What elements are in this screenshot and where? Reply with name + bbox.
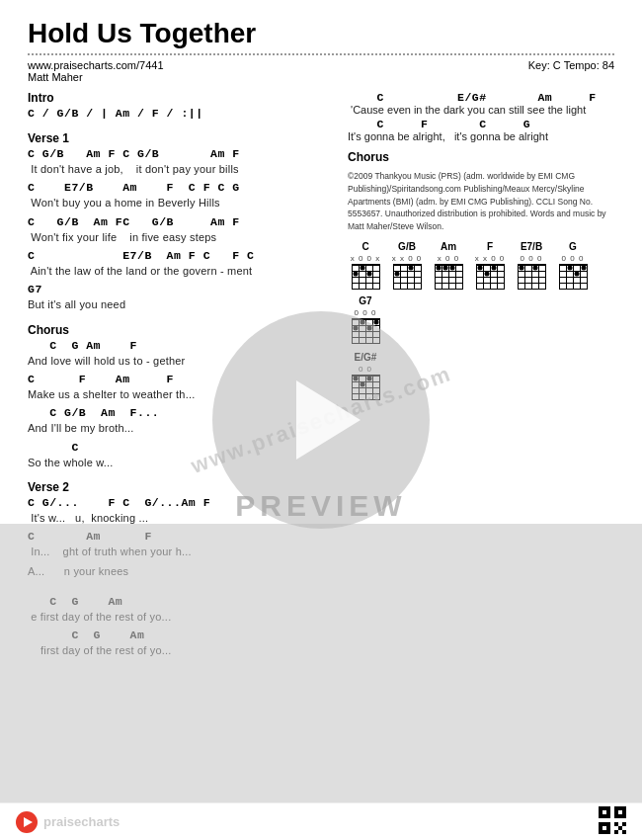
footer: praisecharts	[0, 802, 642, 840]
verse1-block-2: C G/B Am FC G/B Am F Won't fix your life…	[28, 215, 328, 245]
chord-e7b: E7/B 0 0 0	[514, 241, 549, 290]
chord-row-1: C x 0 0 x	[348, 241, 614, 344]
ch-lyric-3: So the whole w...	[28, 456, 328, 470]
chord-gb: G/B x x 0 0	[389, 241, 425, 290]
chord-am: Am x 0 0	[431, 241, 466, 290]
intro-chord: C / G/B / | Am / F / :||	[28, 107, 328, 122]
chord-row-2: E/G# 0 0	[348, 352, 614, 400]
svg-rect-9	[614, 830, 618, 834]
v1-chord-3: C E7/B Am F C F C	[28, 249, 328, 264]
verse1-section: Verse 1 C G/B Am F C G/B Am F It don't h…	[28, 131, 328, 313]
ch-lyric-0: And love will hold us to - gether	[28, 354, 328, 369]
chorus-block-3: C So the whole w...	[28, 441, 328, 470]
ch-lyric-1: Make us a shelter to weather th...	[28, 387, 328, 402]
footer-play-button[interactable]	[16, 811, 38, 833]
verse1-block-0: C G/B Am F C G/B Am F It don't have a jo…	[28, 147, 328, 177]
intro-label: Intro	[28, 91, 328, 105]
chord-diagrams: C x 0 0 x	[348, 241, 614, 400]
footer-play-icon	[24, 817, 33, 827]
svg-rect-11	[622, 830, 626, 834]
ch-chord-0: C G Am F	[28, 339, 328, 354]
header-artist: Matt Maher	[28, 71, 83, 83]
right-chorus-section: C E/G# Am F 'Cause even in the dark you …	[348, 91, 614, 142]
gray-overlay	[0, 524, 642, 840]
v2-chord-0: C G/... F C G/...Am F	[28, 496, 328, 511]
qr-code	[599, 806, 626, 834]
footer-logo: praisecharts	[16, 811, 120, 833]
verse1-block-3: C E7/B Am F C F C Ain't the law of the l…	[28, 249, 328, 279]
v1-chord-4: G7	[28, 283, 328, 297]
footer-brand: praisecharts	[43, 814, 120, 829]
ch-chord-2: C G/B Am F...	[28, 406, 328, 421]
verse1-block-1: C E7/B Am F C F C G Won't buy you a home…	[28, 181, 328, 210]
ch-chord-1: C F Am F	[28, 373, 328, 387]
chorus-block-1: C F Am F Make us a shelter to weather th…	[28, 373, 328, 402]
v1-lyric-4: But it's all you need	[28, 297, 328, 312]
header-meta: www.praisecharts.com/7441 Matt Maher Key…	[28, 59, 614, 83]
svg-rect-8	[622, 822, 626, 826]
right-lyric-line1: 'Cause even in the dark you can still se…	[348, 104, 614, 116]
right-chord-line1: C E/G# Am F	[348, 91, 614, 104]
header-url: www.praisecharts.com/7441	[28, 59, 164, 71]
right-lyric-line2: It's gonna be alright, it's gonna be alr…	[348, 130, 614, 142]
v1-chord-1: C E7/B Am F C F C G	[28, 181, 328, 196]
chorus-left-section: Chorus C G Am F And love will hold us to…	[28, 323, 328, 470]
ch-chord-3: C	[28, 441, 328, 456]
ch-lyric-2: And I'll be my broth...	[28, 421, 328, 436]
verse2-label: Verse 2	[28, 480, 328, 494]
right-chord-line2: C F C G	[348, 118, 614, 130]
v1-lyric-3: Ain't the law of the land or the govern …	[28, 264, 328, 279]
svg-rect-7	[614, 822, 618, 826]
chord-eg#: E/G# 0 0	[348, 352, 383, 400]
chorus-right-label: Chorus	[348, 150, 614, 164]
header: Hold Us Together www.praisecharts.com/74…	[28, 18, 614, 83]
verse1-block-4: G7 But it's all you need	[28, 283, 328, 312]
chorus-block-0: C G Am F And love will hold us to - geth…	[28, 339, 328, 369]
svg-rect-10	[618, 826, 622, 830]
chord-g7: G7 0 0 0	[348, 295, 383, 344]
verse2-block-0: C G/... F C G/...Am F It's w... u, knock…	[28, 496, 328, 526]
chord-g: G 0 0 0	[555, 241, 591, 290]
svg-rect-6	[602, 826, 606, 830]
svg-rect-4	[618, 810, 622, 814]
page: Hold Us Together www.praisecharts.com/74…	[0, 0, 642, 840]
v1-lyric-2: Won't fix your life in five easy steps	[28, 230, 328, 245]
song-title: Hold Us Together	[28, 18, 614, 49]
chord-c: C x 0 0 x	[348, 241, 383, 290]
intro-section: Intro C / G/B / | Am / F / :||	[28, 91, 328, 122]
v1-lyric-1: Won't buy you a home in Beverly Hills	[28, 196, 328, 210]
header-key-tempo: Key: C Tempo: 84	[528, 59, 614, 83]
dotted-divider	[28, 53, 614, 55]
chorus-block-2: C G/B Am F... And I'll be my broth...	[28, 406, 328, 436]
v1-chord-2: C G/B Am FC G/B Am F	[28, 215, 328, 230]
chord-f: F x x 0 0	[472, 241, 508, 290]
copyright-text: ©2009 Thankyou Music (PRS) (adm. worldwi…	[348, 170, 614, 233]
v1-lyric-0: It don't have a job, it don't pay your b…	[28, 162, 328, 177]
verse1-label: Verse 1	[28, 131, 328, 145]
chorus-left-label: Chorus	[28, 323, 328, 337]
v1-chord-0: C G/B Am F C G/B Am F	[28, 147, 328, 162]
svg-rect-2	[602, 810, 606, 814]
